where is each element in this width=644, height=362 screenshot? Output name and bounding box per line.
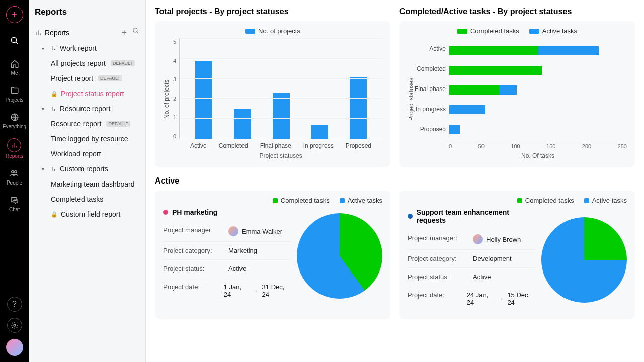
tree-group-resource-report[interactable]: ▾ Resource report: [33, 101, 141, 116]
nav-projects[interactable]: Projects: [5, 85, 23, 103]
arrow-right-icon: →: [253, 288, 258, 294]
bar: [350, 77, 367, 139]
horizontal-bar-chart: Project statuses ActiveCompletedFinal ph…: [408, 39, 627, 159]
project-title-label: Support team enhancement requests: [417, 208, 535, 224]
nav-reports[interactable]: Reports: [6, 138, 23, 159]
chart-icon: [50, 45, 57, 51]
tree-item-project-status-report[interactable]: 🔒 Project status report: [33, 86, 141, 101]
date-from: 1 Jan, 24: [224, 283, 249, 298]
nav-chat-label: Chat: [9, 207, 20, 212]
nav-chat[interactable]: Chat: [9, 195, 20, 212]
tree-item-label: Custom field report: [61, 210, 120, 218]
user-avatar[interactable]: [6, 339, 23, 356]
tree-item-label: Project status report: [61, 89, 124, 98]
tree-item-workload-report[interactable]: Workload report: [33, 146, 141, 161]
x-tick-label: 50: [478, 143, 485, 149]
lock-icon: 🔒: [51, 90, 58, 97]
sidebar-root[interactable]: Reports: [35, 29, 69, 37]
tree-group-custom-reports[interactable]: ▾ Custom reports: [33, 161, 141, 176]
field-value: Holly Brown: [486, 236, 521, 243]
field-label: Project manager:: [408, 234, 473, 244]
svg-line-1: [16, 42, 18, 44]
report-canvas: Total projects - By project statuses No.…: [146, 0, 644, 362]
nav-everything[interactable]: Everything: [3, 112, 26, 129]
field-value: Emma Walker: [242, 228, 282, 235]
nav-projects-label: Projects: [5, 97, 23, 103]
tree-item-label: Project report: [51, 74, 93, 82]
tree-item-label: Marketing team dashboard: [51, 180, 135, 188]
legend-label: Active tasks: [348, 197, 382, 204]
chart-icon: [7, 138, 21, 152]
y-tick-label: In progress: [415, 106, 446, 113]
search-icon: [132, 27, 139, 34]
reports-sidebar: Reports Reports ＋ ▾ Work report All proj…: [29, 0, 146, 362]
status-dot-icon: [163, 210, 168, 215]
y-tick-label: Completed: [415, 65, 446, 72]
field-label: Project category:: [163, 247, 228, 254]
column-chart: No. of projects 543210 ActiveCompletedFi…: [163, 39, 382, 159]
nav-me-label: Me: [11, 70, 18, 76]
bar: [273, 93, 290, 139]
project-title: Support team enhancement requests: [408, 208, 535, 224]
svg-line-7: [137, 32, 138, 33]
y-tick-label: Final phase: [415, 85, 446, 93]
chevron-down-icon: ▾: [42, 106, 47, 112]
help-button[interactable]: ?: [7, 297, 22, 312]
project-title-label: PH marketing: [172, 208, 217, 216]
bar: [311, 125, 328, 139]
tree-item-custom-field-report[interactable]: 🔒 Custom field report: [33, 207, 141, 222]
settings-button[interactable]: [7, 318, 22, 333]
tree-group-work-report[interactable]: ▾ Work report: [33, 41, 141, 56]
x-tick-label: 150: [546, 143, 555, 149]
tree-item-label: Time logged by resource: [51, 135, 128, 143]
x-tick-label: 100: [511, 143, 520, 149]
svg-point-5: [14, 324, 16, 326]
chevron-down-icon: ▾: [42, 166, 47, 172]
svg-point-6: [133, 28, 137, 32]
y-axis-ticks: 543210: [170, 39, 179, 139]
date-to: 15 Dec, 24: [507, 291, 535, 306]
y-axis-categories: ActiveCompletedFinal phaseIn progressPro…: [415, 39, 449, 139]
tree-group-label: Resource report: [60, 105, 110, 113]
x-tick-label: Proposed: [346, 142, 371, 149]
tree-item-time-logged-by-resource[interactable]: Time logged by resource: [33, 131, 141, 146]
project-card-ph-marketing: Completed tasks Active tasks PH marketin…: [155, 191, 390, 319]
tree-item-completed-tasks[interactable]: Completed tasks: [33, 192, 141, 207]
tree-item-resource-report[interactable]: Resource report DEFAULT: [33, 116, 141, 131]
field-label: Project date:: [408, 291, 467, 306]
field-value: Marketing: [228, 247, 257, 254]
nav-me[interactable]: Me: [9, 58, 20, 76]
global-search-button[interactable]: [6, 32, 23, 49]
lock-icon: 🔒: [51, 211, 58, 218]
x-tick-label: Final phase: [260, 142, 291, 149]
add-report-button[interactable]: ＋: [120, 27, 128, 38]
date-from: 24 Jan, 24: [467, 291, 494, 306]
legend-label: Active tasks: [592, 197, 627, 204]
svg-point-0: [11, 37, 17, 43]
x-axis-ticks: ActiveCompletedFinal phaseIn progressPro…: [179, 139, 382, 149]
user-avatar-icon: [228, 226, 238, 236]
nav-people[interactable]: People: [7, 168, 22, 186]
x-axis-ticks: 050100150200250: [449, 141, 627, 149]
tree-item-project-report[interactable]: Project report DEFAULT: [33, 71, 141, 86]
y-axis-label: No. of projects: [163, 39, 170, 159]
globe-icon: [9, 112, 20, 123]
tree-item-all-projects-report[interactable]: All projects report DEFAULT: [33, 56, 141, 71]
legend-label: Completed tasks: [470, 27, 519, 35]
chart-legend: No. of projects: [163, 27, 382, 35]
chevron-down-icon: ▾: [42, 46, 47, 51]
sidebar-title: Reports: [33, 7, 141, 17]
section-header-active: Active: [155, 176, 635, 186]
field-value: Active: [473, 273, 491, 281]
tree-item-label: Completed tasks: [51, 195, 103, 203]
legend-label: No. of projects: [258, 27, 300, 35]
nav-reports-label: Reports: [6, 153, 23, 159]
widget-title: Total projects - By project statuses: [155, 7, 390, 16]
tree-item-marketing-team-dashboard[interactable]: Marketing team dashboard: [33, 176, 141, 192]
chat-icon: [9, 195, 20, 206]
x-axis-label: Project statuses: [179, 152, 382, 159]
create-button[interactable]: +: [6, 6, 23, 23]
search-reports-button[interactable]: [132, 27, 139, 38]
tree-item-label: All projects report: [51, 59, 106, 67]
nav-people-label: People: [7, 180, 22, 186]
